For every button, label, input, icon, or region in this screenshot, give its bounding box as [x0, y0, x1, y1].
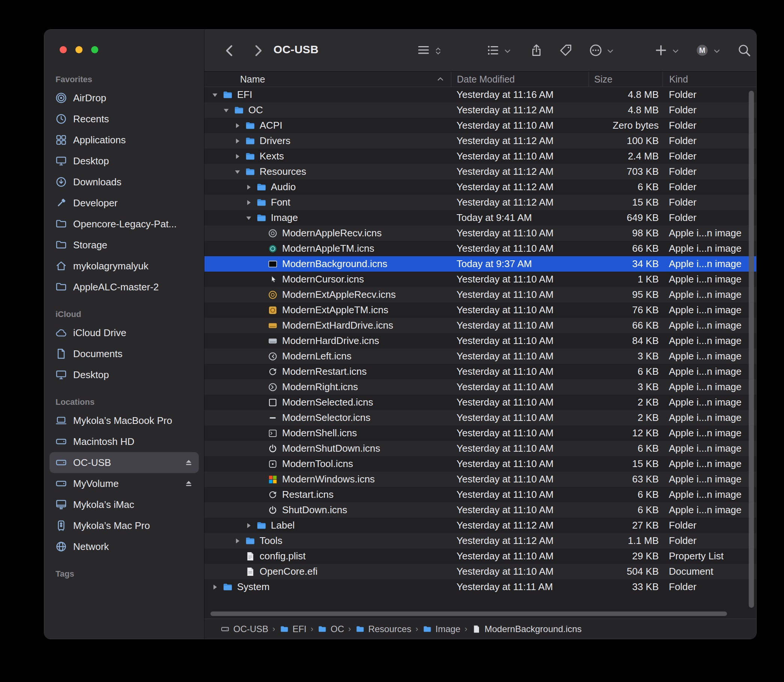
table-row[interactable]: DriversYesterday at 11:12 AM100 KBFolder: [204, 133, 756, 148]
sidebar-item-opencore-legacy-pat[interactable]: Opencore-Legacy-Pat...: [49, 214, 199, 234]
table-row[interactable]: Restart.icnsYesterday at 11:10 AM6 KBApp…: [204, 487, 756, 502]
horizontal-scrollbar[interactable]: [210, 612, 727, 616]
path-item-resources[interactable]: Resources: [355, 624, 411, 634]
column-header-kind[interactable]: Kind: [663, 72, 756, 87]
table-row[interactable]: ModernShutDown.icnsYesterday at 11:10 AM…: [204, 441, 756, 456]
sidebar-item-recents[interactable]: Recents: [49, 108, 199, 129]
table-row[interactable]: ModernHardDrive.icnsYesterday at 11:10 A…: [204, 333, 756, 349]
file-name: Resources: [260, 166, 451, 177]
table-row[interactable]: ACPIYesterday at 11:10 AMZero bytesFolde…: [204, 118, 756, 133]
file-kind: Folder: [663, 104, 756, 116]
table-row[interactable]: EFIYesterday at 11:16 AM4.8 MBFolder: [204, 87, 756, 102]
table-row[interactable]: OpenCore.efiYesterday at 11:10 AM504 KBD…: [204, 564, 756, 579]
tag-button[interactable]: [559, 42, 573, 60]
disclosure-triangle-icon[interactable]: [233, 537, 242, 545]
ellipsis-circle-button[interactable]: [588, 42, 615, 60]
disclosure-triangle-icon[interactable]: [211, 583, 219, 591]
disclosure-triangle-icon[interactable]: [245, 214, 253, 222]
file-size: 12 KB: [588, 427, 663, 439]
disclosure-triangle-icon[interactable]: [233, 121, 242, 130]
table-row[interactable]: ModernRestart.icnsYesterday at 11:10 AM6…: [204, 364, 756, 379]
eject-icon[interactable]: [183, 457, 194, 468]
table-row[interactable]: ModernAppleTM.icnsYesterday at 11:10 AM6…: [204, 241, 756, 256]
table-row[interactable]: ImageToday at 9:41 AM649 KBFolder: [204, 210, 756, 225]
path-item-efi[interactable]: EFI: [279, 624, 306, 634]
minimize-button[interactable]: [75, 46, 83, 53]
table-row[interactable]: ModernLeft.icnsYesterday at 11:10 AM3 KB…: [204, 349, 756, 364]
table-row[interactable]: ModernExtAppleTM.icnsYesterday at 11:10 …: [204, 302, 756, 318]
table-row[interactable]: ModernShell.icnsYesterday at 11:10 AM12 …: [204, 425, 756, 441]
file-kind: Apple i...n image: [663, 227, 756, 239]
disclosure-triangle-icon[interactable]: [245, 521, 253, 530]
path-item-modernbackground-icns[interactable]: ModernBackground.icns: [472, 624, 582, 634]
table-row[interactable]: ShutDown.icnsYesterday at 11:10 AM6 KBAp…: [204, 502, 756, 518]
sidebar-item-macintosh-hd[interactable]: Macintosh HD: [49, 431, 199, 452]
sidebar-item-airdrop[interactable]: AirDrop: [49, 88, 199, 108]
zoom-button[interactable]: [91, 46, 98, 53]
table-row[interactable]: OCYesterday at 11:12 AM4.8 MBFolder: [204, 102, 756, 118]
sidebar-item-mykola-s-mac-pro[interactable]: Mykola’s Mac Pro: [49, 515, 199, 536]
path-item-oc-usb[interactable]: OC-USB: [220, 624, 268, 634]
table-row[interactable]: ModernRight.icnsYesterday at 11:10 AM3 K…: [204, 379, 756, 395]
path-item-oc[interactable]: OC: [317, 624, 344, 634]
column-header-name[interactable]: Name: [204, 72, 451, 87]
sidebar-item-desktop[interactable]: Desktop: [49, 150, 199, 171]
account-badge-button[interactable]: M: [695, 42, 721, 60]
sidebar-item-downloads[interactable]: Downloads: [49, 171, 199, 193]
vertical-scrollbar[interactable]: [749, 91, 754, 608]
table-row[interactable]: ModernWindows.icnsYesterday at 11:10 AM6…: [204, 472, 756, 487]
sidebar-item-label: Macintosh HD: [73, 436, 134, 448]
sidebar-item-label: AirDrop: [73, 92, 106, 104]
disclosure-triangle-icon[interactable]: [245, 198, 253, 207]
sidebar-item-mykola-s-imac[interactable]: Mykola’s iMac: [49, 494, 199, 515]
sidebar-item-applications[interactable]: Applications: [49, 129, 199, 150]
table-row[interactable]: ModernSelector.icnsYesterday at 11:10 AM…: [204, 410, 756, 425]
back-button[interactable]: [222, 43, 237, 58]
table-row[interactable]: ModernExtHardDrive.icnsYesterday at 11:1…: [204, 318, 756, 333]
table-row[interactable]: ModernExtAppleRecv.icnsYesterday at 11:1…: [204, 287, 756, 302]
table-row[interactable]: ModernBackground.icnsToday at 9:37 AM34 …: [204, 256, 756, 272]
disclosure-triangle-icon[interactable]: [222, 106, 230, 115]
group-button[interactable]: [486, 42, 512, 60]
sidebar-item-documents[interactable]: Documents: [49, 343, 199, 364]
sidebar-item-developer[interactable]: Developer: [49, 193, 199, 214]
sidebar-item-storage[interactable]: Storage: [49, 234, 199, 255]
table-row[interactable]: AudioYesterday at 11:12 AM6 KBFolder: [204, 179, 756, 195]
file-date: Yesterday at 11:10 AM: [451, 150, 588, 162]
column-header-size[interactable]: Size: [588, 72, 663, 87]
sidebar-item-applealc-master-2[interactable]: AppleALC-master-2: [49, 276, 199, 298]
table-row[interactable]: KextsYesterday at 11:10 AM2.4 MBFolder: [204, 148, 756, 164]
share-button[interactable]: [529, 42, 543, 60]
sidebar-item-label: Opencore-Legacy-Pat...: [73, 218, 177, 230]
table-row[interactable]: ModernSelected.icnsYesterday at 11:10 AM…: [204, 395, 756, 410]
close-button[interactable]: [60, 46, 67, 53]
sidebar-item-myvolume[interactable]: MyVolume: [49, 473, 199, 494]
eject-icon[interactable]: [183, 478, 194, 489]
table-row[interactable]: SystemYesterday at 11:11 AM33 KBFolder: [204, 579, 756, 594]
path-item-image[interactable]: Image: [422, 624, 461, 634]
table-row[interactable]: ResourcesYesterday at 11:12 AM703 KBFold…: [204, 164, 756, 179]
table-row[interactable]: ModernCursor.icnsYesterday at 11:10 AM1 …: [204, 272, 756, 287]
sidebar-item-oc-usb[interactable]: OC-USB: [49, 452, 199, 473]
sidebar-item-icloud-drive[interactable]: iCloud Drive: [49, 322, 199, 343]
sidebar-item-network[interactable]: Network: [49, 536, 199, 557]
plus-button[interactable]: [654, 42, 680, 60]
list-view-button[interactable]: [416, 42, 443, 60]
table-row[interactable]: ModernTool.icnsYesterday at 11:10 AM15 K…: [204, 456, 756, 472]
disclosure-triangle-icon[interactable]: [233, 152, 242, 161]
disclosure-triangle-icon[interactable]: [233, 137, 242, 145]
sidebar-item-mykola-s-macbook-pro[interactable]: Mykola’s MacBook Pro: [49, 410, 199, 431]
search-button[interactable]: [737, 42, 751, 60]
disclosure-triangle-icon[interactable]: [245, 183, 253, 191]
table-row[interactable]: FontYesterday at 11:12 AM15 KBFolder: [204, 195, 756, 210]
sidebar-item-desktop[interactable]: Desktop: [49, 364, 199, 385]
table-row[interactable]: ToolsYesterday at 11:12 AM1.1 MBFolder: [204, 533, 756, 548]
disclosure-triangle-icon[interactable]: [233, 168, 242, 176]
disclosure-triangle-icon[interactable]: [211, 91, 219, 99]
table-row[interactable]: ModernAppleRecv.icnsYesterday at 11:10 A…: [204, 225, 756, 241]
sidebar-item-mykolagrymalyuk[interactable]: mykolagrymalyuk: [49, 255, 199, 276]
table-row[interactable]: config.plistYesterday at 11:10 AM29 KBPr…: [204, 548, 756, 564]
table-row[interactable]: LabelYesterday at 11:12 AM27 KBFolder: [204, 518, 756, 533]
forward-button[interactable]: [250, 43, 265, 58]
column-header-date-modified[interactable]: Date Modified: [451, 72, 588, 87]
